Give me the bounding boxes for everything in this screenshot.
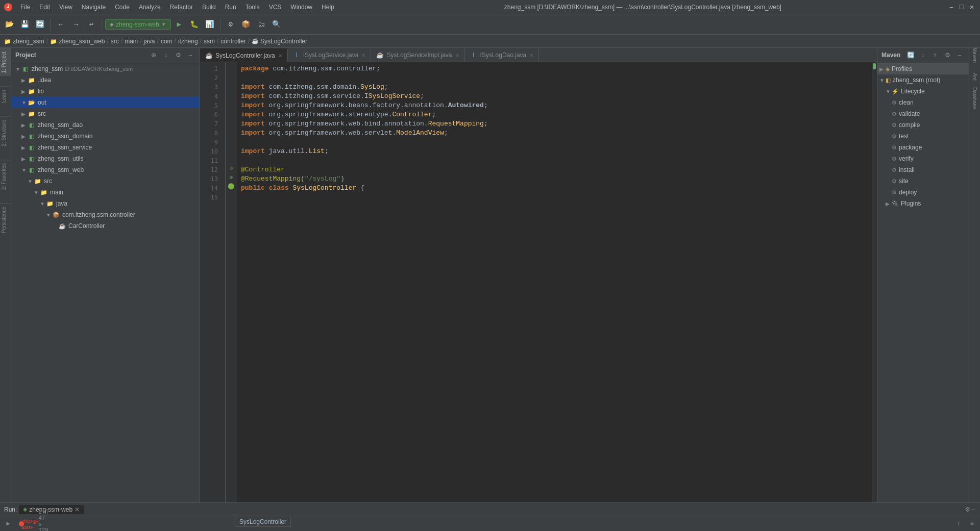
tab-isyslogdao[interactable]: I ISysLogDao.java ✕ bbox=[465, 48, 540, 62]
search-everywhere-button[interactable]: 🔍 bbox=[270, 17, 284, 32]
maven-goal-site[interactable]: ⚙ site bbox=[877, 175, 969, 187]
debug-button[interactable]: 🐛 bbox=[187, 17, 202, 32]
maven-item-root[interactable]: ▼ ◧ zheng_ssm (root) bbox=[877, 74, 969, 86]
tab-close[interactable]: ✕ bbox=[278, 53, 282, 59]
menu-analyze[interactable]: Analyze bbox=[135, 3, 165, 12]
tree-item-src[interactable]: ▼ 📁 src bbox=[11, 175, 200, 187]
run-tab-web[interactable]: ◈ zheng-ssm-web ✕ bbox=[19, 505, 84, 514]
vtab-database[interactable]: Database bbox=[970, 93, 980, 103]
open-button[interactable]: 📂 bbox=[2, 17, 16, 32]
menu-file[interactable]: File bbox=[16, 3, 34, 12]
code-content[interactable]: package com.itzheng.ssm.controller; impo… bbox=[237, 62, 872, 502]
maven-minimize[interactable]: – bbox=[954, 50, 965, 60]
run-button[interactable]: ▶ bbox=[172, 17, 186, 32]
vtab-favorites[interactable]: 2: Favorites bbox=[0, 160, 11, 193]
tab-close[interactable]: ✕ bbox=[529, 53, 533, 58]
menu-tools[interactable]: Tools bbox=[241, 3, 264, 12]
run-tab-close[interactable]: ✕ bbox=[75, 506, 80, 513]
run-wrap[interactable]: ≡ bbox=[966, 518, 978, 530]
run-panel-settings[interactable]: ⚙ bbox=[965, 505, 969, 514]
maven-goal-validate[interactable]: ⚙ validate bbox=[877, 108, 969, 119]
close-button[interactable]: ✕ bbox=[968, 3, 976, 11]
menu-view[interactable]: View bbox=[55, 3, 77, 12]
menu-build[interactable]: Build bbox=[198, 3, 220, 12]
breadcrumb-module[interactable]: 📁 zheng_ssm_web bbox=[50, 38, 105, 45]
tab-isyslogservice[interactable]: I ISysLogService.java ✕ bbox=[288, 48, 372, 62]
tree-item-service[interactable]: ▶ ◧ zheng_ssm_service bbox=[11, 142, 200, 153]
maven-goal-clean[interactable]: ⚙ clean bbox=[877, 97, 969, 108]
maven-item-plugins[interactable]: ▶ 🔌 Plugins bbox=[877, 198, 969, 209]
breadcrumb-class[interactable]: ☕ SysLogController bbox=[252, 38, 307, 45]
back-button[interactable]: ← bbox=[54, 17, 68, 32]
maven-goal-test[interactable]: ⚙ test bbox=[877, 131, 969, 142]
menu-edit[interactable]: Edit bbox=[35, 3, 54, 12]
maven-refresh[interactable]: 🔄 bbox=[905, 50, 916, 60]
tree-item-idea[interactable]: ▶ 📁 .idea bbox=[11, 74, 200, 86]
vtab-learn[interactable]: Learn bbox=[0, 86, 11, 106]
undo-button[interactable]: ↩ bbox=[84, 17, 99, 32]
forward-button[interactable]: → bbox=[69, 17, 83, 32]
breadcrumb-controller[interactable]: controller bbox=[220, 38, 246, 45]
maven-goal-install[interactable]: ⚙ install bbox=[877, 164, 969, 175]
menu-help[interactable]: Help bbox=[317, 3, 338, 12]
tree-item-package[interactable]: ▼ 📦 com.itzheng.ssm.controller bbox=[11, 209, 200, 220]
breadcrumb-src[interactable]: src bbox=[111, 38, 119, 45]
code-editor[interactable]: 1 2 3 4 5 6 7 8 9 10 11 12 13 14 15 bbox=[200, 62, 877, 502]
project-panel-locate[interactable]: ⊕ bbox=[149, 50, 159, 60]
maven-settings[interactable]: ⚙ bbox=[942, 50, 952, 60]
tab-close[interactable]: ✕ bbox=[361, 53, 365, 58]
tree-item-lib[interactable]: ▶ 📁 lib bbox=[11, 86, 200, 97]
tree-item-src-root[interactable]: ▶ 📁 src bbox=[11, 108, 200, 119]
maven-item-profiles[interactable]: ▶ ◈ Profiles bbox=[877, 63, 969, 74]
breadcrumb-ssm[interactable]: ssm bbox=[204, 38, 215, 45]
breadcrumb-main[interactable]: main bbox=[125, 38, 138, 45]
breadcrumb-com[interactable]: com bbox=[161, 38, 173, 45]
run-config-selector[interactable]: ◈ zheng-ssm-web ▼ bbox=[105, 19, 171, 30]
maven-goal-package[interactable]: ⚙ package bbox=[877, 142, 969, 153]
tree-item-dao[interactable]: ▶ ◧ zheng_ssm_dao bbox=[11, 119, 200, 131]
vtab-structure[interactable]: 2: Structure bbox=[0, 116, 11, 149]
tree-item-domain[interactable]: ▶ ◧ zheng_ssm_domain bbox=[11, 131, 200, 142]
breadcrumb-project[interactable]: 📁 zheng_ssm bbox=[4, 38, 44, 45]
run-start-button[interactable]: ▶ bbox=[2, 518, 14, 530]
minimize-button[interactable]: – bbox=[947, 3, 955, 11]
tree-item-utils[interactable]: ▶ ◧ zheng_ssm_utils bbox=[11, 153, 200, 164]
tab-close[interactable]: ✕ bbox=[455, 53, 459, 58]
sdk-button[interactable]: 📦 bbox=[239, 17, 253, 32]
structure-button[interactable]: 🗂 bbox=[254, 17, 268, 32]
refresh-button[interactable]: 🔄 bbox=[33, 17, 47, 32]
run-scroll-end[interactable]: ↕ bbox=[952, 518, 965, 530]
tree-item-out[interactable]: ▼ 📂 out bbox=[11, 97, 200, 108]
tab-syslogserviceimpl[interactable]: ☕ SysLogServiceImpl.java ✕ bbox=[371, 48, 464, 62]
tree-item-carcontroller[interactable]: ☕ CarController bbox=[11, 220, 200, 232]
vtab-persistence[interactable]: Persistence bbox=[0, 203, 11, 236]
maven-collapse-all[interactable]: ↕ bbox=[918, 50, 928, 60]
run-with-coverage[interactable]: 📊 bbox=[203, 17, 217, 32]
vtab-maven[interactable]: Maven bbox=[970, 50, 980, 60]
breadcrumb-itzheng[interactable]: itzheng bbox=[178, 38, 198, 45]
menu-window[interactable]: Window bbox=[286, 3, 316, 12]
vtab-project[interactable]: 1: Project bbox=[0, 48, 11, 76]
menu-refactor[interactable]: Refactor bbox=[166, 3, 197, 12]
project-panel-minimize[interactable]: – bbox=[185, 50, 195, 60]
editor-scrollbar[interactable] bbox=[872, 62, 877, 502]
project-panel-settings[interactable]: ⚙ bbox=[173, 50, 183, 60]
maven-item-lifecycle[interactable]: ▼ ⚡ Lifecycle bbox=[877, 86, 969, 97]
tree-item-web[interactable]: ▼ ◧ zheng_ssm_web bbox=[11, 164, 200, 175]
run-panel-minimize[interactable]: – bbox=[972, 505, 976, 514]
maven-goal-verify[interactable]: ⚙ verify bbox=[877, 153, 969, 164]
menu-navigate[interactable]: Navigate bbox=[78, 3, 110, 12]
maximize-button[interactable]: □ bbox=[958, 3, 966, 11]
vtab-ant[interactable]: Ant bbox=[970, 71, 980, 82]
menu-run[interactable]: Run bbox=[221, 3, 240, 12]
maven-goal-compile[interactable]: ⚙ compile bbox=[877, 119, 969, 131]
tab-syslogcontroller[interactable]: ☕ SysLogController.java ✕ bbox=[200, 48, 288, 62]
menu-code[interactable]: Code bbox=[111, 3, 134, 12]
tree-item-zheng-ssm[interactable]: ▼ ◧ zheng_ssm D:\IDEAWORK\zheng_ssm bbox=[11, 63, 200, 74]
save-button[interactable]: 💾 bbox=[17, 17, 32, 32]
project-panel-collapse[interactable]: ↕ bbox=[161, 50, 171, 60]
tree-item-java-folder[interactable]: ▼ 📁 java bbox=[11, 198, 200, 209]
settings-button[interactable]: ⚙ bbox=[224, 17, 238, 32]
tree-item-main[interactable]: ▼ 📁 main bbox=[11, 187, 200, 198]
maven-goal-deploy[interactable]: ⚙ deploy bbox=[877, 187, 969, 198]
